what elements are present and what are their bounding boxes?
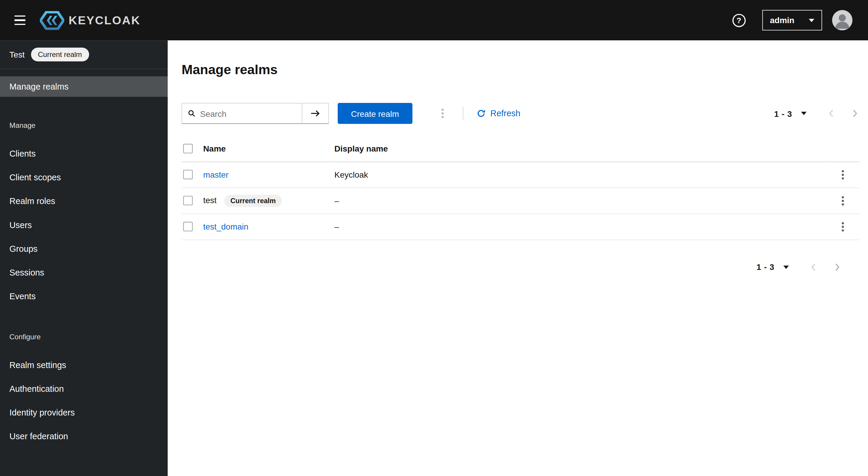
kebab-icon — [841, 195, 844, 205]
brand-logo: KEYCLOAK — [40, 11, 141, 29]
username: admin — [770, 15, 795, 25]
create-realm-button[interactable]: Create realm — [338, 103, 412, 124]
arrow-right-icon — [311, 109, 320, 117]
search-submit-button[interactable] — [302, 103, 329, 124]
toolbar-kebab-menu[interactable] — [436, 105, 450, 122]
pagination-top: 1 - 3 — [774, 107, 860, 120]
keycloak-admin-console: KEYCLOAK ? admin Test Curr — [0, 0, 868, 476]
sidebar-item-users[interactable]: Users — [0, 213, 168, 237]
sidebar-section-configure: Configure Realm settings Authentication … — [0, 332, 168, 448]
chevron-left-icon — [829, 109, 834, 117]
current-realm-row: Test Current realm — [0, 40, 168, 69]
section-title-manage: Manage — [9, 121, 158, 130]
pagination-menu-toggle[interactable]: 1 - 3 — [774, 109, 807, 118]
kebab-icon — [841, 170, 844, 180]
toolbar-divider — [463, 107, 463, 120]
realm-display-name: – — [335, 222, 339, 231]
kebab-icon — [441, 108, 444, 119]
realms-table: Name Display name master Keycloak — [182, 136, 860, 240]
row-checkbox[interactable] — [183, 222, 193, 231]
section-title-configure: Configure — [9, 332, 158, 341]
row-kebab-menu[interactable] — [836, 218, 849, 235]
pagination-prev-button[interactable] — [809, 261, 818, 273]
pagination-prev-button[interactable] — [827, 107, 836, 120]
row-kebab-menu[interactable] — [836, 192, 849, 209]
sidebar-item-authentication[interactable]: Authentication — [0, 377, 168, 401]
avatar-icon — [832, 10, 852, 31]
caret-down-icon — [783, 265, 789, 269]
realm-name-text: test — [203, 195, 217, 204]
chevron-left-icon — [811, 263, 816, 271]
sidebar-item-sessions[interactable]: Sessions — [0, 261, 168, 284]
row-checkbox[interactable] — [183, 170, 193, 180]
sidebar-item-events[interactable]: Events — [0, 284, 168, 308]
sidebar-item-identity-providers[interactable]: Identity providers — [0, 401, 168, 424]
realm-link[interactable]: master — [203, 170, 229, 180]
sidebar: Test Current realm Manage realms Manage … — [0, 40, 168, 476]
refresh-icon — [476, 109, 486, 118]
table-row: testCurrent realm – — [182, 187, 860, 214]
main-content: Manage realms — [168, 40, 868, 476]
table-header-row: Name Display name — [182, 136, 860, 162]
sidebar-item-realm-roles[interactable]: Realm roles — [0, 189, 168, 213]
sidebar-section-manage: Manage Clients Client scopes Realm roles… — [0, 121, 168, 309]
page-title: Manage realms — [182, 61, 860, 78]
search-box — [182, 103, 302, 124]
select-all-checkbox[interactable] — [183, 144, 193, 153]
pagination-range: 1 - 3 — [756, 262, 775, 272]
sidebar-item-client-scopes[interactable]: Client scopes — [0, 165, 168, 189]
row-checkbox[interactable] — [183, 196, 193, 205]
user-dropdown[interactable]: admin — [762, 10, 822, 31]
row-kebab-menu[interactable] — [836, 166, 849, 183]
pagination-next-button[interactable] — [833, 261, 842, 273]
sidebar-item-clients[interactable]: Clients — [0, 142, 168, 165]
nav-toggle-button[interactable] — [9, 9, 32, 32]
chevron-right-icon — [852, 109, 858, 117]
help-icon[interactable]: ? — [733, 13, 746, 27]
sidebar-item-user-federation[interactable]: User federation — [0, 424, 168, 448]
sidebar-item-manage-realms[interactable]: Manage realms — [0, 76, 168, 97]
pagination-next-button[interactable] — [850, 107, 860, 120]
keycloak-logo-icon — [40, 11, 64, 29]
column-header-display-name: Display name — [335, 136, 826, 162]
table-row: test_domain – — [182, 214, 860, 240]
toolbar: Create realm Refresh — [182, 103, 860, 124]
realm-display-name: – — [335, 196, 339, 205]
realm-display-name: Keycloak — [335, 170, 368, 180]
masthead-right: ? admin — [733, 10, 852, 31]
pagination-menu-toggle[interactable]: 1 - 3 — [756, 262, 789, 272]
avatar[interactable] — [832, 10, 852, 31]
caret-down-icon — [801, 112, 807, 115]
current-realm-badge: Current realm — [31, 47, 89, 61]
sidebar-item-realm-settings[interactable]: Realm settings — [0, 353, 168, 377]
chevron-right-icon — [835, 263, 840, 271]
search-icon — [188, 109, 195, 117]
search-input[interactable] — [200, 109, 296, 118]
pagination-bottom-wrap: 1 - 3 — [182, 261, 842, 273]
table-row: master Keycloak — [182, 162, 860, 188]
kebab-icon — [841, 222, 844, 232]
sidebar-item-groups[interactable]: Groups — [0, 237, 168, 260]
masthead: KEYCLOAK ? admin — [0, 0, 868, 40]
pagination-range: 1 - 3 — [774, 109, 792, 118]
caret-down-icon — [809, 19, 814, 22]
brand-wordmark: KEYCLOAK — [68, 13, 141, 27]
refresh-button[interactable]: Refresh — [476, 108, 521, 119]
column-header-name: Name — [203, 136, 335, 162]
pagination-bottom: 1 - 3 — [756, 261, 842, 273]
current-realm-badge: Current realm — [224, 195, 282, 207]
realm-link[interactable]: test_domain — [203, 222, 248, 231]
search-group — [182, 103, 329, 124]
realm-name: Test — [9, 50, 25, 59]
